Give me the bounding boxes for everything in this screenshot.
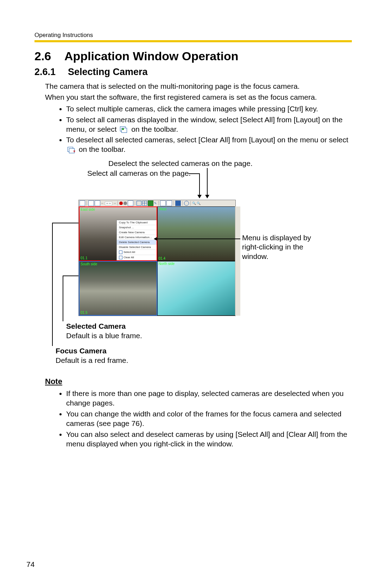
menu-item[interactable]: Edit Camera Information... (117, 235, 157, 240)
toolbar-icon[interactable] (95, 200, 100, 206)
list-item: To deselect all selected cameras, select… (66, 135, 352, 154)
context-menu[interactable]: Copy To The Clipboard Snapshot ... Creat… (116, 220, 157, 261)
subsection-heading: 2.6.1Selecting Camera (34, 67, 352, 78)
section-number: 2.6 (34, 49, 64, 63)
page-number: 74 (26, 560, 34, 569)
menu-item[interactable]: Select All (117, 250, 157, 255)
list-item: To select multiple cameras, click the ca… (66, 104, 352, 114)
toolbar-icon[interactable] (148, 200, 153, 206)
record-icon[interactable] (119, 202, 123, 205)
bullet-list: To select multiple cameras, click the ca… (45, 104, 352, 154)
section-title: Application Window Operation (64, 49, 239, 63)
camera-tile[interactable]: West 01.4 (157, 206, 236, 261)
callout-select-all: Select all cameras on the page. (87, 169, 191, 178)
toolbar-icon[interactable] (128, 200, 133, 206)
toolbar-icon[interactable] (88, 200, 94, 206)
annotation-focus: Focus Camera Default is a red frame. (56, 346, 128, 365)
layout-icon[interactable] (137, 201, 141, 206)
layout-grid-icon[interactable] (142, 201, 147, 206)
toolbar-icon[interactable] (175, 200, 181, 206)
subsection-number: 2.6.1 (34, 67, 68, 78)
list-item: To select all cameras displayed in the w… (66, 115, 352, 134)
menu-item[interactable]: Clear All (117, 255, 157, 260)
app-toolbar: ← ›› ›› → ✎ 🔍 � (79, 200, 235, 206)
screenshot: ← ›› ›› → ✎ 🔍 � (78, 200, 236, 316)
running-head: Operating Instructions (34, 32, 352, 39)
camera-tile[interactable]: North side (157, 261, 236, 316)
toolbar-icon[interactable] (80, 200, 85, 206)
intro-line: When you start the software, the first r… (45, 93, 352, 102)
arrow-icon (154, 239, 240, 239)
menu-item[interactable]: Delete Selected Camera (117, 240, 157, 245)
camera-tile[interactable]: South side 01.5 (79, 261, 157, 316)
menu-item[interactable]: Copy To The Clipboard (117, 220, 157, 225)
scrollbar[interactable] (235, 206, 240, 316)
note-heading: Note (45, 377, 352, 386)
annotation-selected: Selected Camera Default is a blue frame. (66, 321, 142, 341)
list-item: You can also select and deselect cameras… (66, 430, 352, 449)
clear-all-icon: × (68, 147, 75, 153)
clear-all-toolbar-icon[interactable] (166, 200, 172, 206)
callout-deselect: Deselect the selected cameras on the pag… (108, 159, 253, 168)
subsection-title: Selecting Camera (68, 67, 148, 77)
annotation-right: Menu is displayed by right-clicking in t… (242, 233, 316, 261)
globe-icon[interactable] (184, 201, 189, 206)
menu-item[interactable]: Snapshot ... (117, 225, 157, 230)
divider (34, 40, 352, 42)
camera-tile[interactable]: East side 01.1 Copy To The Clipboard Sna… (79, 206, 157, 261)
select-all-toolbar-icon[interactable] (160, 200, 166, 206)
select-all-icon (120, 126, 128, 133)
callout-labels: Deselect the selected cameras on the pag… (45, 159, 352, 184)
stop-icon[interactable] (124, 202, 127, 205)
list-item: If there is more than one page to displa… (66, 389, 352, 408)
menu-item[interactable]: Create New Camera (117, 230, 157, 235)
note-list: If there is more than one page to displa… (45, 389, 352, 448)
section-heading: 2.6Application Window Operation (34, 49, 352, 63)
intro-line: The camera that is selected on the multi… (45, 82, 352, 91)
menu-item[interactable]: Disable Selected Camera (117, 245, 157, 250)
list-item: You can change the width and color of th… (66, 409, 352, 428)
figure: ← ›› ›› → ✎ 🔍 � (45, 184, 352, 371)
